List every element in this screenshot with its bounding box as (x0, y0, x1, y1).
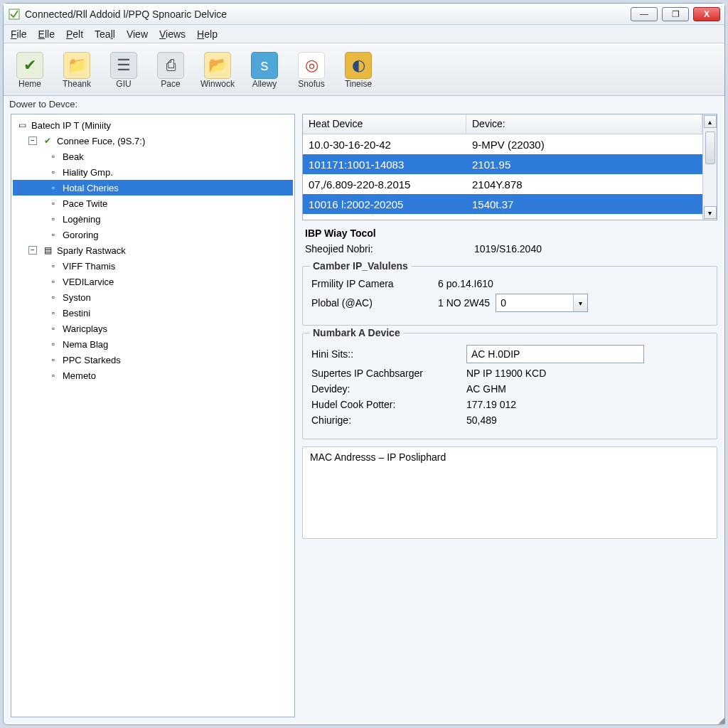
tree-item[interactable]: ▫Bestini (13, 305, 293, 321)
minimize-button[interactable]: — (631, 7, 658, 21)
item-icon: ▫ (47, 229, 60, 240)
ibp-label: Sheojied Nobri: (305, 243, 426, 255)
plobal-combo[interactable]: 0 ▾ (496, 294, 588, 312)
table-scrollbar[interactable]: ▴ ▾ (702, 114, 717, 220)
tree-item[interactable]: ▫Syston (13, 289, 293, 305)
menu-elle[interactable]: Elle (38, 28, 55, 40)
tree-root[interactable]: ▭Batech IP T (Miniity (13, 117, 293, 133)
ibp-title: IBP Wiay Tocol (305, 228, 714, 239)
menu-teall[interactable]: Teall (95, 28, 115, 40)
plobal-combo-value: 0 (496, 297, 573, 309)
toolbar-label: GIU (116, 79, 131, 89)
doc-icon: ▭ (16, 119, 28, 131)
app-window: Connected/Rll Addoid l/PPQ Spnoaric Delv… (3, 3, 725, 725)
cell-heat: 10016 l:2002-20205 (303, 196, 466, 213)
right-panel: Heat Device Device: 10.0-30-16-20-429-MP… (302, 114, 717, 717)
tree-item[interactable]: ▫Waricplays (13, 321, 293, 336)
toolbar-allewy[interactable]: sAllewy (244, 52, 285, 89)
folder-arrow-icon: 📁 (63, 52, 90, 79)
close-button[interactable]: X (693, 7, 720, 21)
camber-v1: 6 po.14.I610 (438, 278, 493, 289)
toolbar-label: Tineise (345, 79, 372, 89)
tree-item[interactable]: ▫Hotal Cheries (13, 180, 293, 196)
menu-pelt[interactable]: Pelt (66, 28, 83, 40)
tree-panel: ▭Batech IP T (Miniity−✔Connee Fuce, (9S.… (11, 114, 295, 717)
drive-icon: ▤ (41, 245, 54, 256)
camber-v2: 1 NO 2W45 (438, 297, 490, 309)
toolbar: ✔Heme📁Theank☰GIU⎙Pace📂WinwocksAllewy◎Sno… (4, 43, 724, 96)
toolbar-theank[interactable]: 📁Theank (56, 52, 97, 89)
tree-item[interactable]: ▫Pace Twite (13, 196, 293, 211)
tree-item[interactable]: ▫Nema Blag (13, 336, 293, 352)
tree-item[interactable]: ▫Memeto (13, 368, 293, 383)
toolbar-giu[interactable]: ☰GIU (103, 52, 144, 89)
menu-view[interactable]: View (127, 28, 148, 40)
cell-heat: 101171:1001-14083 (303, 156, 466, 173)
tree-node-connee[interactable]: −✔Connee Fuce, (9S.7:) (13, 133, 293, 149)
scroll-up-icon[interactable]: ▴ (704, 115, 717, 128)
content-area: ▭Batech IP T (Miniity−✔Connee Fuce, (9S.… (4, 111, 724, 724)
tree-item[interactable]: ▫VIFF Thamis (13, 258, 293, 274)
numbark-v3: AC GHM (466, 383, 506, 395)
item-icon: ▫ (47, 182, 60, 193)
table-header-heat[interactable]: Heat Device (303, 114, 466, 134)
numbark-k5: Chiurige: (311, 414, 461, 426)
item-icon: ▫ (47, 291, 60, 303)
check-icon: ✔ (41, 135, 54, 146)
tree-item[interactable]: ▫Beak (13, 149, 293, 164)
cell-device: 1540t.37 (466, 196, 702, 213)
toolbar-label: Snofus (298, 79, 324, 89)
mac-address-box: MAC Andresss – IP Posliphard (302, 446, 717, 539)
folder-refresh-icon: 📂 (204, 52, 231, 79)
titlebar: Connected/Rll Addoid l/PPQ Spnoaric Delv… (4, 4, 724, 25)
cell-heat: 07,/6.809-220-8.2015 (303, 176, 466, 193)
tree-item[interactable]: ▫Hiality Gmp. (13, 164, 293, 180)
chevron-down-icon[interactable]: ▾ (573, 294, 587, 311)
toolbar-pace[interactable]: ⎙Pace (150, 52, 191, 89)
item-icon: ▫ (47, 323, 60, 334)
hini-sits-input[interactable] (466, 345, 644, 363)
tree-item[interactable]: ▫PPC Starkeds (13, 352, 293, 368)
tree-node-sparly[interactable]: −▤Sparly Rastwack (13, 242, 293, 258)
toolbar-snofus[interactable]: ◎Snofus (291, 52, 332, 89)
resize-grip-icon[interactable]: ◢ (718, 714, 725, 725)
device-table: Heat Device Device: 10.0-30-16-20-429-MP… (302, 114, 717, 220)
table-header-device[interactable]: Device: (466, 114, 702, 134)
expander-icon[interactable]: − (28, 246, 37, 255)
item-icon: ▫ (47, 213, 60, 225)
menu-help[interactable]: Help (197, 28, 218, 40)
menu-file[interactable]: File (11, 28, 27, 40)
table-row[interactable]: 101171:1001-140832101.95 (303, 154, 702, 174)
item-icon: ▫ (47, 198, 60, 209)
tree-item[interactable]: ▫VEDILarvice (13, 274, 293, 289)
toolbar-heme[interactable]: ✔Heme (9, 52, 50, 89)
numbark-group-title: Numbark A Device (310, 327, 403, 338)
camber-k2: Plobal (@AC) (311, 297, 432, 309)
globe-icon: ◐ (345, 52, 372, 79)
scroll-down-icon[interactable]: ▾ (704, 206, 717, 219)
toolbar-label: Allewy (252, 79, 277, 89)
item-icon: ▫ (47, 260, 60, 272)
printer-icon: ⎙ (157, 52, 184, 79)
box-s-icon: s (251, 52, 278, 79)
table-row[interactable]: 10016 l:2002-202051540t.37 (303, 194, 702, 214)
cell-device: 2104Y.878 (466, 176, 702, 193)
stack-icon: ☰ (110, 52, 137, 79)
expander-icon[interactable]: − (28, 136, 37, 145)
scroll-thumb[interactable] (705, 132, 715, 164)
tree-item[interactable]: ▫Logèning (13, 211, 293, 227)
toolbar-label: Winwock (200, 79, 235, 89)
toolbar-label: Heme (18, 79, 41, 89)
item-icon: ▫ (47, 307, 60, 318)
app-icon (8, 8, 21, 21)
panel-label: Dower to Devce: (4, 96, 724, 111)
tree-item[interactable]: ▫Gororing (13, 227, 293, 242)
toolbar-winwock[interactable]: 📂Winwock (197, 52, 238, 89)
maximize-button[interactable]: ❐ (662, 7, 689, 21)
item-icon: ▫ (47, 338, 60, 350)
table-row[interactable]: 07,/6.809-220-8.20152104Y.878 (303, 174, 702, 194)
menu-views[interactable]: Views (159, 28, 186, 40)
toolbar-tineise[interactable]: ◐Tineise (338, 52, 379, 89)
table-row[interactable]: 10.0-30-16-20-429-MPV (22030) (303, 134, 702, 154)
toolbar-label: Theank (63, 79, 91, 89)
